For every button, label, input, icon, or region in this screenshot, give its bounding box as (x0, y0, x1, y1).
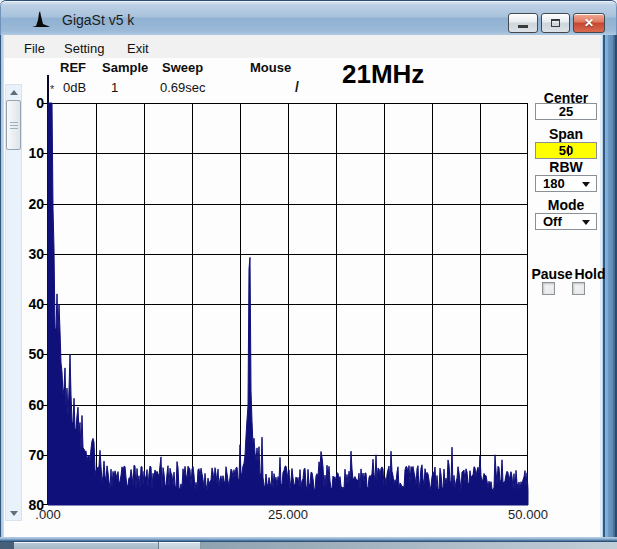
background-window-strip[interactable] (0, 542, 617, 549)
restore-button[interactable] (541, 13, 570, 33)
mode-dropdown[interactable]: Off (535, 213, 597, 230)
center-frequency-display: 21MHz (342, 59, 424, 90)
text-cursor (568, 145, 569, 156)
menu-exit[interactable]: Exit (123, 39, 153, 58)
spectrum-plot-svg (48, 103, 528, 505)
center-input[interactable]: 25 (535, 103, 597, 120)
mouse-value: / (295, 79, 299, 95)
window-title: GigaSt v5 k (62, 12, 134, 28)
sweep-label: Sweep (162, 60, 203, 75)
background-window-panel (14, 542, 159, 549)
window-border-right (600, 35, 617, 542)
minimize-icon (518, 25, 528, 28)
x-axis-tick-label: 25.000 (268, 507, 308, 522)
minimize-button[interactable] (508, 13, 538, 33)
y-axis-tick-label: 30 (28, 245, 44, 261)
app-icon (31, 10, 51, 28)
spectrum-plot[interactable] (48, 103, 528, 505)
background-window-corner (0, 542, 14, 549)
close-button[interactable]: ✕ (573, 13, 605, 33)
client-area: REF Sample Sweep Mouse * 0dB 1 0.69sec /… (4, 58, 600, 537)
rbw-dropdown[interactable]: 180 (535, 175, 597, 192)
y-axis-labels: 01020304050607080 (16, 103, 44, 505)
background-window-button (159, 542, 201, 549)
restore-icon (551, 19, 560, 27)
ref-value: 0dB (63, 80, 86, 95)
hold-checkbox[interactable] (572, 282, 585, 295)
menu-setting[interactable]: Setting (60, 39, 108, 58)
y-axis-tick-label: 40 (28, 296, 44, 312)
screen: GigaSt v5 k ✕ File Setting Exit REF Samp… (0, 0, 617, 549)
mode-label: Mode (535, 197, 597, 213)
sweep-value: 0.69sec (160, 80, 206, 95)
plot-grid (43, 103, 528, 505)
x-axis-tick-label: 50.000 (508, 507, 548, 522)
rbw-label: RBW (535, 159, 597, 175)
ref-marker: * (50, 83, 54, 95)
dropdown-arrow-icon (582, 182, 590, 187)
y-axis-tick-label: 50 (28, 346, 44, 362)
x-axis-tick-label: .000 (35, 507, 60, 522)
y-axis-tick-label: 70 (28, 446, 44, 462)
pause-checkbox[interactable] (542, 282, 555, 295)
mode-value: Off (543, 214, 562, 229)
mouse-label: Mouse (250, 60, 291, 75)
x-axis-labels: .00025.00050.000 (48, 507, 528, 523)
hold-label: Hold (573, 266, 607, 282)
sample-label: Sample (102, 60, 148, 75)
pause-label: Pause (530, 266, 574, 282)
y-axis-tick-label: 20 (28, 195, 44, 211)
span-input[interactable]: 50 (535, 142, 597, 159)
close-icon: ✕ (574, 15, 604, 32)
dropdown-arrow-icon (582, 220, 590, 225)
arrow-up-icon (10, 90, 18, 95)
titlebar[interactable]: GigaSt v5 k ✕ (0, 0, 617, 35)
y-axis-tick-label: 60 (28, 396, 44, 412)
arrow-down-icon (10, 511, 18, 516)
scrollbar-down-button[interactable] (6, 505, 21, 520)
ref-label: REF (60, 60, 86, 75)
y-axis-tick-label: 10 (28, 145, 44, 161)
menubar: File Setting Exit (4, 35, 600, 58)
rbw-value: 180 (543, 176, 565, 191)
span-value: 50 (559, 143, 573, 158)
menu-file[interactable]: File (20, 39, 49, 58)
scrollbar-up-button[interactable] (6, 85, 21, 100)
background-window-titlebar (201, 542, 617, 549)
sample-value: 1 (111, 80, 118, 95)
y-axis-tick-label: 0 (36, 95, 44, 111)
span-label: Span (535, 126, 597, 142)
